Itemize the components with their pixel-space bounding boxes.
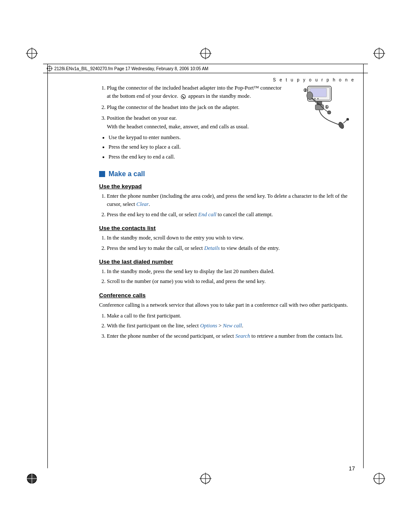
page: 2128i.ENv1a_BIL_9240270.fm Page 17 Wedne… — [0, 0, 411, 532]
bullet-3: Press the end key to end a call. — [109, 153, 286, 161]
intro-step-1: Plug the connector of the included heads… — [107, 84, 286, 101]
step1-icon-text: appears in the standby mode. — [188, 93, 251, 99]
svg-text:②: ② — [303, 88, 307, 93]
subsection-conference: Conference calls Conference calling is a… — [99, 292, 355, 341]
crosshair-icon — [47, 65, 53, 72]
options-link: Options — [200, 323, 217, 329]
last-dialed-steps: In the standby mode, press the send key … — [99, 268, 355, 286]
bullet-1: Use the keypad to enter numbers. — [109, 134, 286, 142]
conference-step-2: With the first participant on the line, … — [107, 322, 355, 330]
intro-bullets: Use the keypad to enter numbers. Press t… — [99, 134, 286, 161]
svg-line-32 — [343, 120, 347, 123]
svg-point-26 — [318, 98, 319, 100]
conference-step-3: Enter the phone number of the second par… — [107, 332, 355, 340]
last-dialed-step-2: Scroll to the number (or name) you wish … — [107, 277, 355, 286]
keypad-step-1: Enter the phone number (including the ar… — [107, 192, 355, 209]
contacts-step-2: Press the send key to make the call, or … — [107, 244, 355, 252]
keypad-step-2: Press the end key to end the call, or se… — [107, 211, 355, 219]
reg-mark-bottom-left — [26, 473, 38, 485]
end-call-link: End call — [198, 212, 216, 218]
content-area: Plug the connector of the included heads… — [99, 84, 355, 454]
reg-mark-top-center — [199, 47, 212, 59]
bullet-2: Press the send key to place a call. — [109, 143, 286, 151]
file-header: 2128i.ENv1a_BIL_9240270.fm Page 17 Wedne… — [43, 64, 368, 73]
reg-mark-top-right — [373, 47, 385, 59]
details-link: Details — [204, 245, 220, 251]
subsection-keypad: Use the keypad Enter the phone number (i… — [99, 183, 355, 219]
conference-heading: Conference calls — [99, 292, 355, 299]
svg-point-35 — [327, 111, 331, 114]
subsection-contacts: Use the contacts list In the standby mod… — [99, 225, 355, 252]
reg-mark-bottom-center — [199, 473, 212, 485]
svg-point-33 — [346, 118, 349, 121]
svg-point-34 — [307, 92, 313, 100]
intro-step-3: Position the headset on your ear. With t… — [107, 114, 286, 131]
page-number: 17 — [349, 465, 355, 472]
contacts-steps: In the standby mode, scroll down to the … — [99, 234, 355, 252]
step3-text: Position the headset on your ear. — [107, 115, 177, 121]
reg-mark-bottom-right — [373, 473, 385, 485]
section-header: S e t u p y o u r p h o n e — [273, 78, 355, 82]
file-header-text: 2128i.ENv1a_BIL_9240270.fm Page 17 Wedne… — [54, 66, 209, 71]
subsection-last-dialed: Use the last dialed number In the standb… — [99, 258, 355, 286]
contacts-heading: Use the contacts list — [99, 225, 355, 231]
intro-text: Plug the connector of the included heads… — [99, 84, 286, 162]
keypad-heading: Use the keypad — [99, 183, 355, 190]
make-call-title: Make a call — [109, 170, 145, 178]
conference-step-1: Make a call to the first participant. — [107, 312, 355, 320]
last-dialed-step-1: In the standby mode, press the send key … — [107, 268, 355, 276]
keypad-steps: Enter the phone number (including the ar… — [99, 192, 355, 219]
intro-section: Plug the connector of the included heads… — [99, 84, 355, 162]
phone-icon-inline — [181, 94, 186, 100]
search-link: Search — [235, 333, 250, 339]
border-left — [47, 64, 48, 468]
step3-sub: With the headset connected, make, answer… — [107, 124, 249, 130]
contacts-step-1: In the standby mode, scroll down to the … — [107, 234, 355, 242]
border-right — [363, 64, 364, 468]
reg-mark-top-left — [26, 47, 38, 59]
make-call-heading: Make a call — [99, 170, 355, 178]
conference-steps: Make a call to the first participant. Wi… — [99, 312, 355, 340]
intro-steps-list: Plug the connector of the included heads… — [99, 84, 286, 131]
conference-intro: Conference calling is a network service … — [99, 301, 355, 309]
new-call-link: New call — [223, 323, 242, 329]
clear-link: Clear — [137, 201, 149, 207]
svg-text:①: ① — [325, 105, 329, 109]
svg-point-25 — [314, 98, 316, 100]
headset-illustration: ② ① — [295, 84, 355, 131]
last-dialed-heading: Use the last dialed number — [99, 258, 355, 265]
intro-step-2: Plug the connector of the headset into t… — [107, 103, 286, 112]
blue-square-icon — [99, 171, 105, 177]
